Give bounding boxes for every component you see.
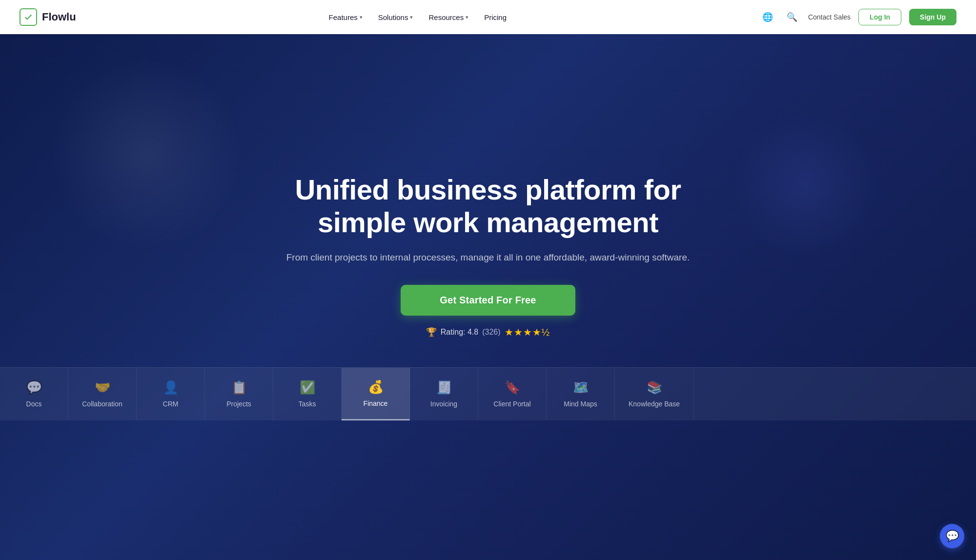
signup-button[interactable]: Sign Up: [909, 9, 956, 25]
rating-count: (326): [482, 328, 500, 337]
crm-icon: 👤: [163, 380, 179, 395]
hero-subtitle: From client projects to internal process…: [278, 250, 698, 265]
docs-icon: 💬: [26, 380, 42, 395]
mind_maps-icon: 🗺️: [573, 380, 589, 395]
chevron-down-icon: ▾: [360, 14, 363, 20]
search-icon[interactable]: 🔍: [784, 9, 800, 25]
feature-tab-client_portal[interactable]: 🔖 Client Portal: [478, 368, 547, 420]
feature-tab-mind_maps[interactable]: 🗺️ Mind Maps: [547, 368, 615, 420]
rating-text: Rating: 4.8: [441, 328, 478, 337]
feature-tab-tasks[interactable]: ✅ Tasks: [273, 368, 342, 420]
feature-tab-collaboration[interactable]: 🤝 Collaboration: [68, 368, 137, 420]
finance-icon: 💰: [368, 380, 384, 395]
feature-tab-projects[interactable]: 📋 Projects: [205, 368, 273, 420]
feature-tab-docs[interactable]: 💬 Docs: [0, 368, 68, 420]
nav-pricing[interactable]: Pricing: [478, 9, 512, 25]
nav-solutions[interactable]: Solutions ▾: [372, 9, 419, 25]
hero-rating: 🏆 Rating: 4.8 (326) ★★★★½: [278, 326, 698, 338]
finance-label: Finance: [364, 400, 388, 407]
feature-tab-knowledge_base[interactable]: 📚 Knowledge Base: [615, 368, 694, 420]
cta-button[interactable]: Get Started For Free: [401, 285, 575, 316]
hero-section: Unified business platform for simple wor…: [0, 0, 976, 560]
capterra-icon: 🏆: [426, 327, 437, 338]
feature-tab-invoicing[interactable]: 🧾 Invoicing: [410, 368, 478, 420]
chat-widget[interactable]: 💬: [940, 524, 964, 548]
client_portal-icon: 🔖: [505, 380, 520, 395]
projects-icon: 📋: [231, 380, 247, 395]
chevron-down-icon: ▾: [410, 14, 413, 20]
rating-stars: ★★★★½: [505, 326, 550, 338]
globe-icon[interactable]: 🌐: [759, 9, 776, 25]
docs-label: Docs: [26, 400, 42, 408]
chevron-down-icon: ▾: [466, 14, 468, 20]
hero-content: Unified business platform for simple wor…: [268, 174, 708, 338]
crm-label: CRM: [163, 400, 179, 408]
tasks-icon: ✅: [300, 380, 315, 395]
knowledge_base-label: Knowledge Base: [629, 400, 680, 408]
feature-tab-finance[interactable]: 💰 Finance: [342, 368, 410, 420]
mind_maps-label: Mind Maps: [564, 400, 597, 408]
nav-features[interactable]: Features ▾: [323, 9, 368, 25]
projects-label: Projects: [226, 400, 251, 408]
nav-right: 🌐 🔍 Contact Sales Log In Sign Up: [759, 9, 956, 25]
nav-resources[interactable]: Resources ▾: [423, 9, 474, 25]
collaboration-label: Collaboration: [82, 400, 122, 408]
invoicing-icon: 🧾: [436, 380, 452, 395]
feature-tabs: 💬 Docs 🤝 Collaboration 👤 CRM 📋 Projects …: [0, 367, 976, 420]
knowledge_base-icon: 📚: [647, 380, 662, 395]
login-button[interactable]: Log In: [858, 9, 901, 25]
collaboration-icon: 🤝: [95, 380, 110, 395]
tasks-label: Tasks: [299, 400, 316, 408]
nav-links: Features ▾ Solutions ▾ Resources ▾ Prici…: [323, 9, 512, 25]
navigation: Flowlu Features ▾ Solutions ▾ Resources …: [0, 0, 976, 34]
client_portal-label: Client Portal: [493, 400, 530, 408]
invoicing-label: Invoicing: [430, 400, 457, 408]
hero-title: Unified business platform for simple wor…: [278, 174, 698, 239]
contact-sales-link[interactable]: Contact Sales: [808, 13, 851, 21]
logo-text: Flowlu: [42, 11, 76, 23]
logo[interactable]: Flowlu: [20, 8, 76, 26]
feature-tab-crm[interactable]: 👤 CRM: [137, 368, 205, 420]
logo-icon: [20, 8, 37, 26]
